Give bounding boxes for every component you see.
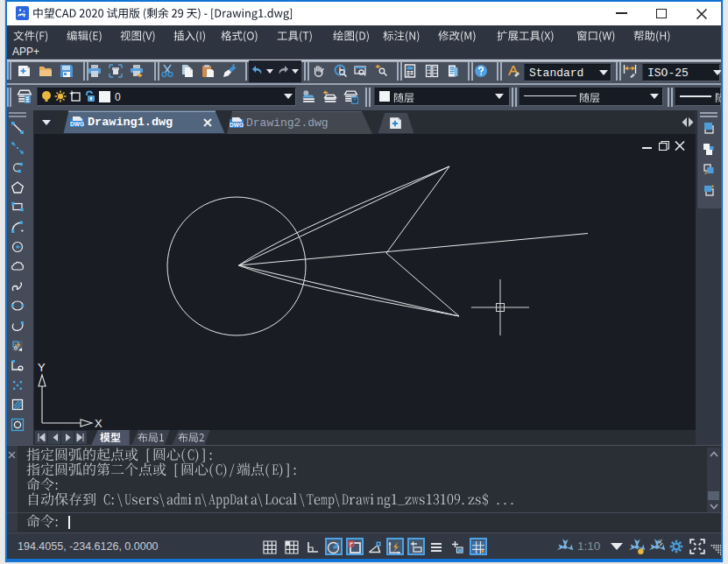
- svg-text:DWG: DWG: [230, 122, 244, 128]
- svg-text:Y: Y: [38, 361, 46, 374]
- svg-text:DWG: DWG: [70, 121, 84, 127]
- svg-text:X: X: [95, 417, 102, 429]
